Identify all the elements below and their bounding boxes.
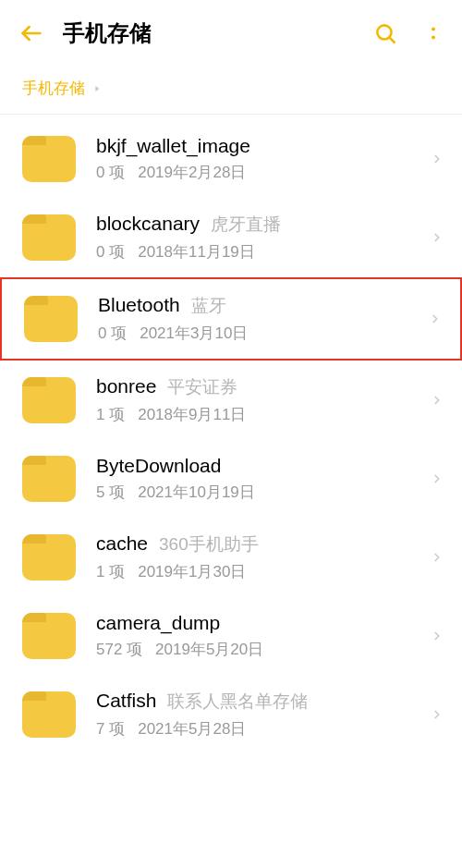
- folder-name-row: Catfish联系人黑名单存储: [96, 690, 431, 714]
- svg-point-4: [432, 36, 435, 40]
- folder-item[interactable]: camera_dump572 项2019年5月20日: [0, 597, 462, 675]
- folder-count: 5 项: [96, 482, 125, 503]
- svg-line-2: [390, 38, 395, 43]
- folder-meta: 0 项2019年2月28日: [96, 162, 431, 183]
- folder-tag: 蓝牙: [191, 294, 226, 318]
- folder-item[interactable]: bonree平安证券1 项2018年9月11日: [0, 361, 462, 440]
- folder-meta: 0 项2021年3月10日: [98, 323, 429, 344]
- folder-tag: 联系人黑名单存储: [167, 690, 308, 714]
- folder-icon: [24, 296, 78, 342]
- folder-count: 572 项: [96, 639, 142, 660]
- chevron-right-icon: [431, 547, 444, 568]
- folder-date: 2018年9月11日: [138, 404, 246, 425]
- folder-count: 1 项: [96, 404, 125, 425]
- back-icon[interactable]: [18, 20, 44, 46]
- folder-count: 0 项: [98, 323, 127, 344]
- folder-name: ByteDownload: [96, 455, 221, 477]
- folder-content: camera_dump572 项2019年5月20日: [96, 612, 431, 660]
- header: 手机存储: [0, 0, 462, 67]
- folder-content: bonree平安证券1 项2018年9月11日: [96, 375, 431, 425]
- folder-item[interactable]: bkjf_wallet_image0 项2019年2月28日: [0, 120, 462, 198]
- folder-name: Catfish: [96, 690, 156, 712]
- folder-content: ByteDownload5 项2021年10月19日: [96, 455, 431, 503]
- folder-name-row: Bluetooth蓝牙: [98, 294, 429, 318]
- folder-item[interactable]: blockcanary虎牙直播0 项2018年11月19日: [0, 198, 462, 277]
- folder-meta: 0 项2018年11月19日: [96, 241, 431, 263]
- chevron-right-icon: [431, 390, 444, 410]
- folder-meta: 5 项2021年10月19日: [96, 482, 431, 503]
- folder-icon: [22, 377, 76, 423]
- folder-name-row: camera_dump: [96, 612, 431, 634]
- folder-date: 2018年11月19日: [138, 241, 255, 263]
- folder-content: Bluetooth蓝牙0 项2021年3月10日: [98, 294, 429, 344]
- folder-icon: [22, 456, 76, 502]
- folder-meta: 7 项2021年5月28日: [96, 718, 431, 740]
- folder-count: 7 项: [96, 718, 125, 740]
- folder-content: cache360手机助手1 项2019年1月30日: [96, 532, 431, 582]
- folder-name-row: cache360手机助手: [96, 532, 431, 556]
- chevron-right-icon: [431, 704, 444, 725]
- svg-point-3: [432, 27, 435, 31]
- folder-name-row: bkjf_wallet_image: [96, 135, 431, 157]
- folder-name: bkjf_wallet_image: [96, 135, 250, 157]
- folder-name: blockcanary: [96, 213, 200, 235]
- folder-item[interactable]: cache360手机助手1 项2019年1月30日: [0, 518, 462, 597]
- search-icon[interactable]: [373, 21, 397, 45]
- chevron-right-icon: [431, 227, 444, 248]
- more-icon[interactable]: [423, 23, 444, 43]
- folder-meta: 1 项2018年9月11日: [96, 404, 431, 425]
- folder-count: 0 项: [96, 241, 125, 263]
- chevron-right-icon: [431, 469, 444, 489]
- folder-tag: 虎牙直播: [211, 213, 281, 237]
- folder-name-row: ByteDownload: [96, 455, 431, 477]
- folder-icon: [22, 136, 76, 182]
- folder-meta: 572 项2019年5月20日: [96, 639, 431, 660]
- folder-date: 2021年5月28日: [138, 718, 246, 740]
- chevron-right-icon: [92, 81, 102, 96]
- folder-count: 0 项: [96, 162, 125, 183]
- chevron-right-icon: [429, 309, 442, 329]
- chevron-right-icon: [431, 626, 444, 646]
- folder-icon: [22, 214, 76, 261]
- folder-icon: [22, 613, 76, 659]
- folder-list: bkjf_wallet_image0 项2019年2月28日blockcanar…: [0, 115, 462, 754]
- folder-content: Catfish联系人黑名单存储7 项2021年5月28日: [96, 690, 431, 740]
- folder-meta: 1 项2019年1月30日: [96, 561, 431, 582]
- folder-name: cache: [96, 532, 148, 555]
- breadcrumb-current: 手机存储: [22, 78, 85, 99]
- folder-item[interactable]: Bluetooth蓝牙0 项2021年3月10日: [0, 277, 462, 361]
- folder-name-row: blockcanary虎牙直播: [96, 213, 431, 237]
- folder-icon: [22, 691, 76, 738]
- folder-item[interactable]: Catfish联系人黑名单存储7 项2021年5月28日: [0, 675, 462, 754]
- folder-date: 2021年10月19日: [138, 482, 255, 503]
- folder-date: 2019年1月30日: [138, 561, 246, 582]
- folder-count: 1 项: [96, 561, 125, 582]
- folder-name-row: bonree平安证券: [96, 375, 431, 399]
- folder-date: 2021年3月10日: [140, 323, 248, 344]
- folder-content: bkjf_wallet_image0 项2019年2月28日: [96, 135, 431, 183]
- folder-tag: 平安证券: [167, 375, 237, 399]
- page-title: 手机存储: [63, 18, 373, 48]
- folder-icon: [22, 534, 76, 581]
- folder-item[interactable]: ByteDownload5 项2021年10月19日: [0, 440, 462, 518]
- folder-name: Bluetooth: [98, 294, 180, 316]
- folder-date: 2019年2月28日: [138, 162, 246, 183]
- folder-name: bonree: [96, 375, 156, 397]
- folder-content: blockcanary虎牙直播0 项2018年11月19日: [96, 213, 431, 263]
- folder-date: 2019年5月20日: [155, 639, 263, 660]
- folder-name: camera_dump: [96, 612, 220, 634]
- folder-tag: 360手机助手: [159, 532, 259, 556]
- header-actions: [373, 21, 444, 45]
- chevron-right-icon: [431, 149, 444, 169]
- breadcrumb[interactable]: 手机存储: [0, 67, 462, 114]
